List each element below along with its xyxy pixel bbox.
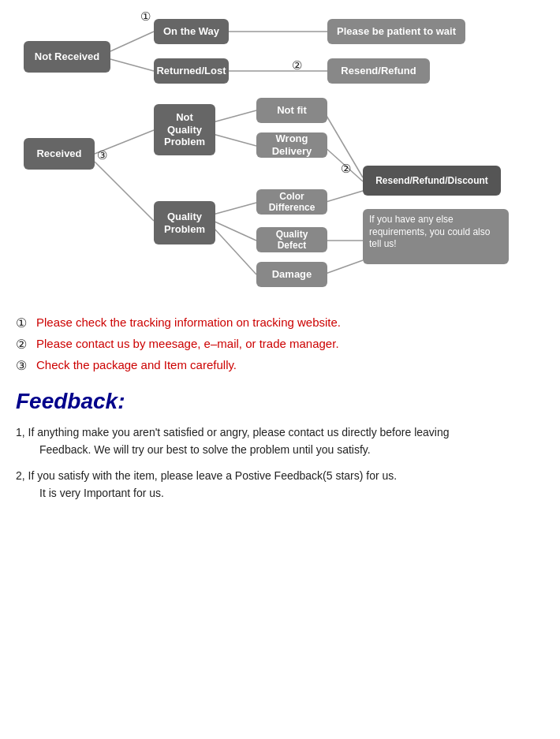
feedback-title: Feedback: (16, 389, 544, 414)
box-quality-problem: QualityProblem (154, 201, 215, 244)
instruction-item-3: ③ Check the package and Item carefully. (16, 358, 544, 373)
box-please-be-patient: Please be patient to wait (327, 19, 465, 44)
instruction-item-1: ① Please check the tracking information … (16, 315, 544, 330)
box-quality-defect: Quality Defect (256, 227, 327, 252)
instruction-num-2: ② (16, 337, 33, 352)
instruction-num-3: ③ (16, 358, 33, 373)
svg-line-1 (110, 59, 154, 71)
instructions-section: ① Please check the tracking information … (16, 315, 544, 373)
svg-line-8 (213, 203, 256, 215)
feedback-section: Feedback: 1, If anything make you aren't… (16, 389, 544, 502)
circle-label-2-top: ② (292, 58, 302, 73)
feedback-item-1: 1, If anything make you aren't satisfied… (16, 424, 544, 459)
svg-line-7 (213, 134, 256, 146)
feedback-item-2-indent: It is very Important for us. (16, 484, 544, 502)
svg-line-5 (95, 162, 154, 221)
svg-line-10 (213, 227, 256, 274)
box-on-the-way: On the Way (154, 19, 229, 44)
svg-line-15 (323, 260, 363, 274)
box-not-received: Not Received (24, 41, 110, 73)
note-box: If you have any else requirements, you c… (363, 209, 509, 264)
feedback-item-2-main: 2, If you satisfy with the item, please … (16, 469, 397, 482)
svg-line-9 (213, 221, 256, 241)
box-color-difference: Color Difference (256, 189, 327, 215)
box-resend-refund: Resend/Refund (327, 58, 430, 84)
box-wrong-delivery: Wrong Delivery (256, 132, 327, 158)
circle-label-1: ① (140, 9, 151, 24)
box-resend-refund-discount: Resend/Refund/Discount (363, 166, 501, 196)
box-not-fit: Not fit (256, 98, 327, 123)
box-received: Received (24, 138, 95, 170)
svg-line-13 (323, 191, 363, 203)
feedback-item-1-indent: Feedback. We will try our best to solve … (16, 441, 544, 458)
feedback-item-2: 2, If you satisfy with the item, please … (16, 467, 544, 502)
instruction-num-1: ① (16, 315, 33, 330)
circle-label-3: ③ (97, 148, 107, 162)
box-returned-lost: Returned/Lost (154, 58, 229, 84)
svg-line-6 (213, 110, 256, 122)
box-not-quality-problem: NotQualityProblem (154, 104, 215, 155)
instruction-text-2: Please contact us by meesage, e–mail, or… (36, 337, 339, 350)
feedback-item-1-main: 1, If anything make you aren't satisfied… (16, 426, 450, 439)
instruction-item-2: ② Please contact us by meesage, e–mail, … (16, 337, 544, 352)
circle-label-2-bottom: ② (341, 162, 351, 176)
instruction-text-3: Check the package and Item carefully. (36, 358, 237, 371)
box-damage: Damage (256, 262, 327, 287)
svg-line-0 (110, 32, 154, 51)
instruction-text-1: Please check the tracking information on… (36, 315, 341, 329)
flowchart: ① Not Received On the Way Returned/Lost … (16, 8, 552, 308)
